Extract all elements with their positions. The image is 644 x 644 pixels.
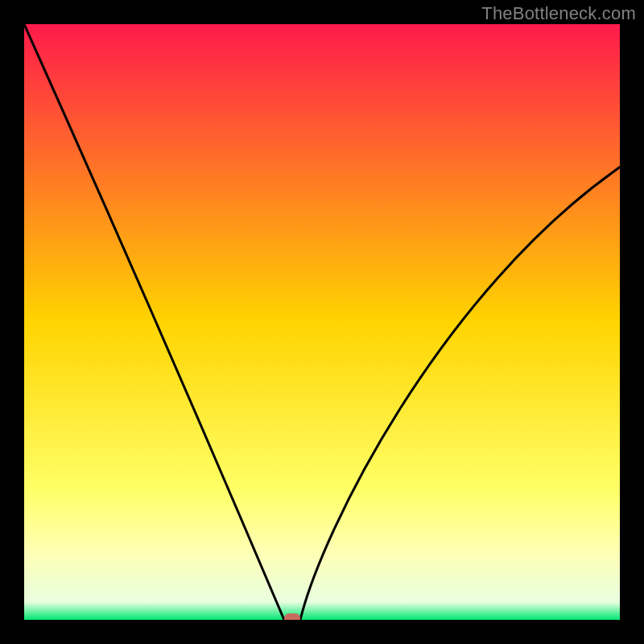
gradient-background: [24, 24, 620, 620]
watermark-text: TheBottleneck.com: [481, 3, 636, 24]
optimum-marker: [284, 613, 300, 620]
plot-area: [24, 24, 620, 620]
chart-svg: [24, 24, 620, 620]
chart-container: TheBottleneck.com: [0, 0, 644, 644]
